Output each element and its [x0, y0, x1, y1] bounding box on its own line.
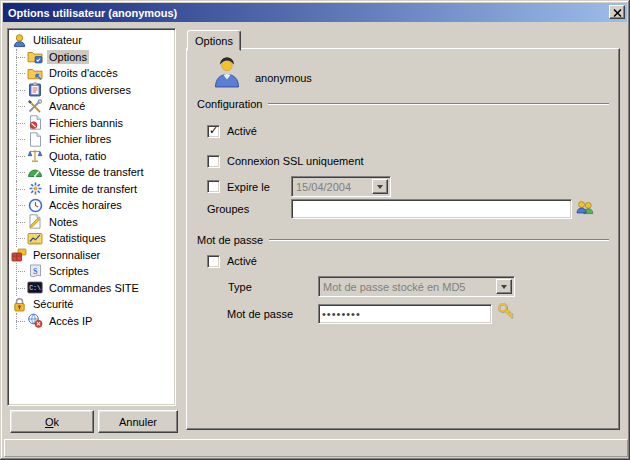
- svg-text:C:\: C:\: [29, 285, 41, 292]
- security-icon: [11, 296, 27, 312]
- quota-icon: [27, 148, 43, 164]
- sidebar-item-droits-acces[interactable]: Droits d'accès: [8, 65, 175, 82]
- sidebar-item-label: Droits d'accès: [47, 66, 120, 80]
- sidebar-item-avance[interactable]: Avancé: [8, 98, 175, 115]
- password-type-label-row: Type: [228, 276, 252, 297]
- expire-date-dropdown-button: [372, 179, 388, 194]
- transfer-limit-icon: [27, 181, 43, 197]
- ssl-only-checkbox-label: Connexion SSL uniquement: [227, 155, 364, 167]
- configuration-group-title: Configuration: [197, 98, 262, 110]
- sidebar-item-label: Quota, ratio: [47, 149, 108, 163]
- tools-icon: [27, 98, 43, 114]
- misc-options-icon: [27, 82, 43, 98]
- username-label: anonymous: [255, 72, 312, 84]
- notes-icon: [27, 214, 43, 230]
- expire-date-combobox: 15/04/2004: [291, 176, 391, 197]
- personalize-icon: [11, 247, 27, 263]
- sidebar-item-options-diverses[interactable]: Options diverses: [8, 82, 175, 99]
- sidebar-item-label: Options diverses: [47, 83, 133, 97]
- close-icon: [613, 5, 622, 20]
- sidebar-item-label: Accès IP: [47, 314, 94, 328]
- ip-access-icon: [27, 313, 43, 329]
- folder-check-icon: [27, 49, 43, 65]
- user-icon: [11, 32, 27, 48]
- svg-text:S: S: [33, 266, 38, 275]
- sidebar-item-personnaliser[interactable]: Personnaliser: [8, 247, 175, 264]
- sidebar-item-limite-transfert[interactable]: Limite de transfert: [8, 181, 175, 198]
- status-bar: [4, 439, 628, 457]
- active-checkbox[interactable]: [207, 125, 220, 138]
- group-divider: [269, 239, 609, 241]
- sidebar-item-label: Commandes SITE: [47, 281, 141, 295]
- sidebar-item-vitesse-transfert[interactable]: Vitesse de transfert: [8, 164, 175, 181]
- active-checkbox-row: Activé: [207, 124, 257, 138]
- sidebar-item-utilisateur[interactable]: Utilisateur: [8, 32, 175, 49]
- expires-checkbox-row: Expire le: [207, 176, 270, 197]
- chevron-down-icon: [377, 185, 383, 192]
- sidebar-item-label: Sécurité: [31, 297, 75, 311]
- tab-options-label: Options: [195, 35, 233, 47]
- group-divider: [268, 103, 609, 105]
- configuration-group-header: Configuration: [197, 97, 609, 110]
- sidebar-item-label: Scriptes: [47, 264, 91, 278]
- groups-input[interactable]: [291, 199, 572, 219]
- key-icon[interactable]: [497, 302, 516, 320]
- groups-icon[interactable]: [576, 200, 594, 216]
- sidebar-item-label: Fichier libres: [47, 132, 113, 146]
- options-utilisateur-dialog: Options utilisateur (anonymous) Utilisat…: [0, 0, 630, 460]
- options-tab-page: anonymous Configuration Activé Connexion…: [186, 48, 620, 430]
- sidebar-item-fichiers-bannis[interactable]: Fichiers bannis: [8, 115, 175, 132]
- sidebar-item-label: Limite de transfert: [47, 182, 139, 196]
- window-title: Options utilisateur (anonymous): [3, 7, 177, 19]
- sidebar-item-acces-ip[interactable]: Accès IP: [8, 313, 175, 330]
- chevron-down-icon: [501, 285, 507, 292]
- cancel-button[interactable]: Annuler: [98, 410, 178, 433]
- password-group-title: Mot de passe: [197, 234, 263, 246]
- script-icon: S: [27, 263, 43, 279]
- sidebar-item-commandes-site[interactable]: C:\Commandes SITE: [8, 280, 175, 297]
- sidebar-item-options[interactable]: Options: [8, 49, 175, 66]
- sidebar-item-label: Notes: [47, 215, 80, 229]
- speed-icon: [27, 164, 43, 180]
- user-avatar-icon: [212, 55, 242, 89]
- sidebar-item-fichier-libres[interactable]: Fichier libres: [8, 131, 175, 148]
- groups-label: Groupes: [207, 203, 249, 215]
- clock-icon: [27, 197, 43, 213]
- free-file-icon: [27, 131, 43, 147]
- ok-button[interactable]: Ok: [10, 410, 94, 433]
- close-button[interactable]: [609, 5, 625, 19]
- password-active-checkbox-row: Activé: [207, 254, 257, 268]
- password-label: Mot de passe: [227, 308, 293, 320]
- expires-checkbox[interactable]: [207, 180, 220, 193]
- sidebar-item-quota-ratio[interactable]: Quota, ratio: [8, 148, 175, 165]
- groups-label-row: Groupes: [207, 199, 249, 219]
- sidebar-item-acces-horaires[interactable]: Accès horaires: [8, 197, 175, 214]
- banned-file-icon: [27, 115, 43, 131]
- sidebar-item-label: Utilisateur: [31, 33, 84, 47]
- title-bar[interactable]: Options utilisateur (anonymous): [3, 3, 627, 22]
- sidebar-item-securite[interactable]: Sécurité: [8, 296, 175, 313]
- site-commands-icon: C:\: [27, 280, 43, 296]
- sidebar-item-statistiques[interactable]: Statistiques: [8, 230, 175, 247]
- password-type-dropdown-button: [496, 279, 512, 294]
- expires-checkbox-label: Expire le: [227, 181, 270, 193]
- user-options-tree[interactable]: UtilisateurOptionsDroits d'accèsOptions …: [7, 28, 176, 406]
- ssl-only-checkbox[interactable]: [207, 155, 220, 168]
- sidebar-item-scriptes[interactable]: SScriptes: [8, 263, 175, 280]
- sidebar-item-label: Personnaliser: [31, 248, 102, 262]
- password-input[interactable]: [318, 304, 492, 324]
- password-type-combobox: Mot de passe stocké en MD5: [318, 276, 515, 297]
- ssl-checkbox-row: Connexion SSL uniquement: [207, 154, 364, 168]
- sidebar-item-label: Vitesse de transfert: [47, 165, 146, 179]
- tab-options[interactable]: Options: [187, 30, 241, 51]
- sidebar-item-label: Fichiers bannis: [47, 116, 125, 130]
- sidebar-item-label: Options: [47, 50, 89, 64]
- password-active-checkbox[interactable]: [207, 255, 220, 268]
- sidebar-item-notes[interactable]: Notes: [8, 214, 175, 231]
- password-group-header: Mot de passe: [197, 233, 609, 246]
- password-label-row: Mot de passe: [227, 304, 293, 324]
- sidebar-item-label: Statistiques: [47, 231, 108, 245]
- active-checkbox-label: Activé: [227, 125, 257, 137]
- sidebar-item-label: Accès horaires: [47, 198, 124, 212]
- stats-icon: [27, 230, 43, 246]
